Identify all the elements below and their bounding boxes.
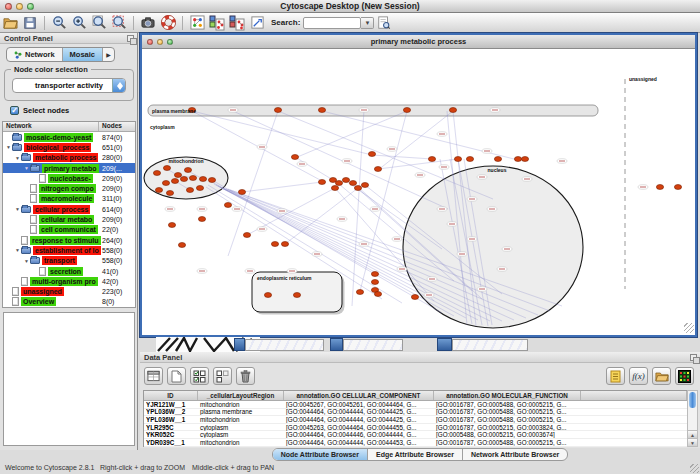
zoom-selected-region-icon[interactable]	[109, 14, 129, 32]
disclosure-triangle-icon[interactable]: ▼	[23, 258, 30, 264]
network-node[interactable]	[224, 203, 231, 208]
import-folder-icon[interactable]	[652, 367, 671, 385]
network-node[interactable]	[331, 186, 338, 191]
network-node[interactable]	[180, 177, 187, 182]
network-node[interactable]	[166, 191, 173, 196]
tree-row[interactable]: unassigned223(0)	[3, 286, 135, 296]
zoom-in-icon[interactable]	[69, 14, 89, 32]
tree-row[interactable]: nucleobase-209(0)	[3, 173, 135, 183]
search-config-icon[interactable]	[374, 14, 394, 32]
network-node[interactable]	[449, 108, 456, 113]
network-node[interactable]	[264, 293, 271, 298]
network-node[interactable]	[208, 178, 215, 183]
float-panel-icon[interactable]	[127, 35, 134, 42]
network-node[interactable]	[199, 177, 206, 182]
network-node[interactable]	[374, 167, 381, 172]
scroll-up-icon[interactable]: ▲	[688, 430, 697, 438]
network-node[interactable]	[153, 171, 160, 176]
create-network-icon[interactable]	[207, 14, 227, 32]
background-window-fragment[interactable]	[245, 339, 324, 351]
network-node[interactable]	[281, 242, 288, 247]
tree-row[interactable]: macromolecule311(0)	[3, 194, 135, 204]
view-resize-grip[interactable]	[684, 323, 694, 333]
background-window-fragment[interactable]	[330, 338, 343, 351]
network-node[interactable]	[162, 181, 169, 186]
matrix-icon[interactable]	[675, 367, 694, 385]
node-color-combobox[interactable]: transporter activity	[12, 78, 126, 93]
network-node[interactable]	[514, 157, 521, 162]
tab-node-attribute-browser[interactable]: Node Attribute Browser	[273, 449, 367, 460]
select-attributes-icon[interactable]	[190, 367, 209, 385]
network-node[interactable]	[198, 217, 205, 222]
network-node[interactable]	[361, 183, 368, 188]
zoom-fit-icon[interactable]	[89, 14, 109, 32]
network-node[interactable]	[274, 108, 281, 113]
network-view-titlebar[interactable]: primary metabolic process	[142, 35, 695, 49]
search-input[interactable]	[303, 17, 361, 29]
network-node[interactable]	[521, 157, 528, 162]
tree-row[interactable]: nitrogen compo209(0)	[3, 183, 135, 193]
column-header[interactable]: _cellularLayoutRegion	[198, 391, 284, 400]
tree-column-network[interactable]: Network	[3, 122, 99, 131]
network-node[interactable]	[428, 157, 435, 162]
annotation-icon[interactable]	[247, 14, 267, 32]
tree-row[interactable]: ▼biological_process651(0)	[3, 142, 135, 152]
background-window-fragment[interactable]	[437, 338, 452, 351]
attribute-table-icon[interactable]	[144, 367, 163, 385]
network-node[interactable]	[155, 188, 162, 193]
import-list-icon[interactable]	[606, 367, 625, 385]
network-node[interactable]	[243, 233, 250, 238]
disclosure-triangle-icon[interactable]: ▼	[14, 206, 21, 212]
tree-row[interactable]: ▼cellular process614(0)	[3, 204, 135, 214]
tab-network[interactable]: Network	[7, 48, 62, 61]
save-session-icon[interactable]	[20, 14, 40, 32]
snapshot-camera-icon[interactable]	[138, 14, 158, 32]
tree-row[interactable]: ▼metabolic process280(0)	[3, 153, 135, 163]
network-overview-icon[interactable]	[187, 14, 207, 32]
tree-row[interactable]: mosaic-demo-yeast874(0)	[3, 132, 135, 142]
tree-column-nodes[interactable]: Nodes	[99, 122, 135, 131]
tree-row[interactable]: ▼primary metabo209(...	[3, 163, 135, 173]
network-node[interactable]	[196, 186, 203, 191]
network-node[interactable]	[356, 290, 363, 295]
destroy-network-icon[interactable]	[227, 14, 247, 32]
scroll-down-icon[interactable]: ▼	[688, 438, 697, 446]
tree-row[interactable]: ▼transport558(0)	[3, 256, 135, 266]
tree-row[interactable]: ▼establishment of lo558(0)	[3, 245, 135, 255]
network-node[interactable]	[411, 295, 418, 300]
network-node[interactable]	[656, 185, 663, 190]
tab-network-attribute-browser[interactable]: Network Attribute Browser	[462, 449, 567, 460]
network-node[interactable]	[349, 181, 356, 186]
network-node[interactable]	[271, 242, 278, 247]
network-node[interactable]	[238, 190, 245, 195]
network-node[interactable]	[335, 181, 342, 186]
network-node[interactable]	[293, 293, 300, 298]
network-node[interactable]	[318, 108, 325, 113]
network-node[interactable]	[354, 186, 361, 191]
network-node[interactable]	[371, 280, 378, 285]
tree-row[interactable]: cellular metabo209(0)	[3, 214, 135, 224]
tree-row[interactable]: secretion41(0)	[3, 266, 135, 276]
app-resize-grip[interactable]	[690, 464, 699, 473]
network-node[interactable]	[318, 180, 325, 185]
network-node[interactable]	[174, 173, 181, 178]
tree-row[interactable]: Overview8(0)	[3, 297, 135, 307]
background-window-fragment[interactable]	[452, 339, 528, 351]
disclosure-triangle-icon[interactable]: ▼	[23, 165, 30, 171]
float-panel-icon[interactable]	[690, 354, 697, 361]
disclosure-triangle-icon[interactable]: ▼	[5, 144, 12, 150]
scrollbar-thumb[interactable]	[689, 392, 696, 408]
column-header[interactable]: annotation.GO MOLECULAR_FUNCTION	[434, 391, 581, 400]
search-dropdown-arrow[interactable]: ▼	[361, 17, 374, 29]
network-node[interactable]	[454, 157, 461, 162]
background-window-fragment[interactable]	[343, 339, 403, 351]
select-nodes-checkbox[interactable]: ✓	[10, 106, 19, 115]
network-node[interactable]	[374, 292, 381, 297]
disclosure-triangle-icon[interactable]: ▼	[14, 155, 21, 161]
open-session-icon[interactable]	[0, 14, 20, 32]
table-scrollbar[interactable]: ▲ ▼	[687, 390, 698, 447]
network-node[interactable]	[466, 157, 473, 162]
network-node[interactable]	[189, 176, 196, 181]
tree-row[interactable]: response to stimulu264(0)	[3, 235, 135, 245]
column-header[interactable]: annotation.GO CELLULAR_COMPONENT	[284, 391, 434, 400]
